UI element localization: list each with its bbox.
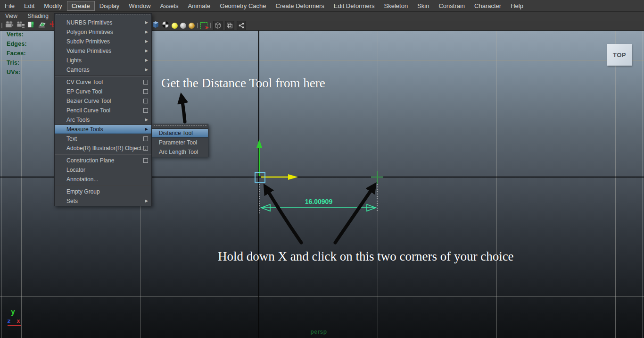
menu-item-label: Bezier Curve Tool bbox=[66, 98, 111, 104]
menubar-item-assets[interactable]: Assets bbox=[156, 1, 183, 11]
camera-icon[interactable] bbox=[5, 21, 14, 30]
menubar-item-animate[interactable]: Animate bbox=[183, 1, 215, 11]
menu-item-label: Subdiv Primitives bbox=[66, 38, 110, 45]
menubar-item-file[interactable]: File bbox=[0, 1, 19, 11]
menu-item-label: NURBS Primitives bbox=[66, 19, 112, 26]
menu-item-label: Adobe(R) Illustrator(R) Object... bbox=[66, 145, 146, 152]
create-menu-item-ep-curve-tool[interactable]: EP Curve Tool bbox=[55, 87, 151, 96]
menubar-item-geometry-cache[interactable]: Geometry Cache bbox=[215, 1, 271, 11]
create-menu-item-nurbs-primitives[interactable]: NURBS Primitives▶ bbox=[55, 18, 151, 27]
option-box-icon[interactable] bbox=[143, 89, 148, 94]
submenu-arrow-icon: ▶ bbox=[145, 37, 148, 46]
option-box-icon[interactable] bbox=[143, 108, 148, 113]
isolate-select-icon[interactable] bbox=[225, 21, 234, 30]
create-menu-item-annotation[interactable]: Annotation... bbox=[55, 175, 151, 184]
measure-submenu-tearoff-handle[interactable] bbox=[154, 125, 206, 128]
menu-item-label: Empty Group bbox=[66, 188, 100, 195]
hud-tris: Tris: bbox=[7, 59, 27, 69]
menu-item-label: Volume Primitives bbox=[66, 48, 111, 54]
viewport-right-border bbox=[643, 30, 643, 338]
menu-item-label: Annotation... bbox=[66, 176, 98, 183]
option-box-icon[interactable] bbox=[143, 158, 148, 163]
create-menu-item-measure-tools[interactable]: Measure Tools▶ bbox=[55, 125, 151, 134]
create-menu-item-pencil-curve-tool[interactable]: Pencil Curve Tool bbox=[55, 106, 151, 115]
menu-item-label: Parameter Tool bbox=[159, 139, 197, 146]
measure-submenu-item-distance-tool[interactable]: Distance Tool bbox=[152, 128, 208, 138]
menu-item-label: Arc Tools bbox=[66, 117, 90, 123]
axis-x-label: x bbox=[17, 317, 20, 324]
create-menu-item-construction-plane[interactable]: Construction Plane bbox=[55, 156, 151, 165]
camera-attributes-icon[interactable] bbox=[16, 21, 25, 30]
menubar-item-skin[interactable]: Skin bbox=[413, 1, 434, 11]
option-box-icon[interactable] bbox=[143, 80, 148, 84]
create-menu-item-subdiv-primitives[interactable]: Subdiv Primitives▶ bbox=[55, 37, 151, 46]
menubar-item-edit-deformers[interactable]: Edit Deformers bbox=[329, 1, 380, 11]
create-menu-item-cameras[interactable]: Cameras▶ bbox=[55, 65, 151, 75]
create-menu-item-lights[interactable]: Lights▶ bbox=[55, 56, 151, 65]
menu-item-label: Locator bbox=[66, 167, 85, 173]
create-menu-item-volume-primitives[interactable]: Volume Primitives▶ bbox=[55, 46, 151, 56]
annotation-text-top: Get the Distance Tool from here bbox=[161, 76, 325, 91]
measure-submenu-item-arc-length-tool[interactable]: Arc Length Tool bbox=[152, 147, 208, 157]
submenu-arrow-icon: ▶ bbox=[145, 115, 148, 125]
option-box-icon[interactable] bbox=[143, 136, 148, 141]
create-menu-item-locator[interactable]: Locator bbox=[55, 165, 151, 175]
menubar-item-display[interactable]: Display bbox=[95, 1, 124, 11]
option-box-icon[interactable] bbox=[143, 146, 148, 151]
wireframe-cube-icon[interactable] bbox=[213, 21, 223, 30]
menubar-item-create-deformers[interactable]: Create Deformers bbox=[271, 1, 329, 11]
toolbar-grip bbox=[197, 23, 198, 28]
view-cube-top-face[interactable]: TOP bbox=[607, 44, 632, 66]
create-menu-item-arc-tools[interactable]: Arc Tools▶ bbox=[55, 115, 151, 125]
menu-item-label: Polygon Primitives bbox=[66, 29, 113, 35]
view-cube-label: TOP bbox=[613, 51, 626, 59]
menubar-item-create[interactable]: Create bbox=[67, 1, 95, 11]
create-menu-item-empty-group[interactable]: Empty Group bbox=[55, 187, 151, 196]
measure-submenu-item-parameter-tool[interactable]: Parameter Tool bbox=[152, 138, 208, 147]
main-menubar: FileEditModifyCreateDisplayWindowAssetsA… bbox=[0, 0, 644, 12]
poly-count-hud: Verts:Edges:Faces:Tris:UVs: bbox=[7, 31, 27, 78]
create-menu-item-sets[interactable]: Sets▶ bbox=[55, 196, 151, 206]
menubar-item-constrain[interactable]: Constrain bbox=[434, 1, 470, 11]
menubar-item-help[interactable]: Help bbox=[506, 1, 528, 11]
submenu-arrow-icon: ▶ bbox=[145, 18, 148, 27]
view-axis-indicator: y z x bbox=[0, 307, 28, 330]
light-icon[interactable] bbox=[172, 23, 178, 29]
menubar-item-window[interactable]: Window bbox=[124, 1, 155, 11]
menu-item-label: Construction Plane bbox=[66, 157, 114, 164]
create-menu-item-cv-curve-tool[interactable]: CV Curve Tool bbox=[55, 77, 151, 87]
menu-item-label: Measure Tools bbox=[66, 126, 103, 133]
menu-separator bbox=[55, 76, 151, 76]
toolbar-grip bbox=[210, 23, 211, 28]
grid-line bbox=[378, 30, 378, 338]
panel-menu-item-view[interactable]: View bbox=[0, 12, 23, 20]
panel-menu-item-shading[interactable]: Shading bbox=[23, 12, 54, 20]
measure-tools-submenu: Distance ToolParameter ToolArc Length To… bbox=[152, 124, 208, 157]
menubar-item-character[interactable]: Character bbox=[470, 1, 506, 11]
create-menu-item-polygon-primitives[interactable]: Polygon Primitives▶ bbox=[55, 27, 151, 37]
submenu-arrow-icon: ▶ bbox=[145, 27, 148, 37]
menubar-item-skeleton[interactable]: Skeleton bbox=[380, 1, 413, 11]
default-material-icon[interactable] bbox=[180, 23, 186, 29]
menubar-item-modify[interactable]: Modify bbox=[39, 1, 66, 11]
resolution-gate-icon[interactable] bbox=[38, 21, 47, 30]
textured-sphere-icon[interactable] bbox=[162, 21, 169, 30]
create-menu-item-adobe-r-illustrator-r-object[interactable]: Adobe(R) Illustrator(R) Object... bbox=[55, 144, 151, 153]
hud-verts: Verts: bbox=[7, 31, 27, 41]
menu-item-label: Arc Length Tool bbox=[159, 149, 198, 155]
marquee-select-icon[interactable]: ➤ bbox=[200, 22, 207, 29]
create-menu-item-text[interactable]: Text bbox=[55, 134, 151, 144]
film-gate-icon[interactable] bbox=[27, 21, 35, 30]
menu-separator bbox=[55, 154, 151, 155]
shaded-cube-icon[interactable] bbox=[152, 21, 159, 30]
menu-item-label: Cameras bbox=[66, 67, 90, 73]
menu-item-label: Sets bbox=[66, 198, 78, 204]
create-menu-item-bezier-curve-tool[interactable]: Bezier Curve Tool bbox=[55, 96, 151, 106]
share-icon[interactable] bbox=[237, 21, 246, 30]
menu-item-label: Lights bbox=[66, 57, 82, 64]
distance-measurement-value: 16.00909 bbox=[286, 198, 352, 205]
option-box-icon[interactable] bbox=[143, 99, 148, 103]
menubar-item-edit[interactable]: Edit bbox=[19, 1, 39, 11]
material-sphere-icon[interactable] bbox=[189, 23, 195, 29]
create-menu-tearoff-handle[interactable] bbox=[56, 15, 150, 18]
